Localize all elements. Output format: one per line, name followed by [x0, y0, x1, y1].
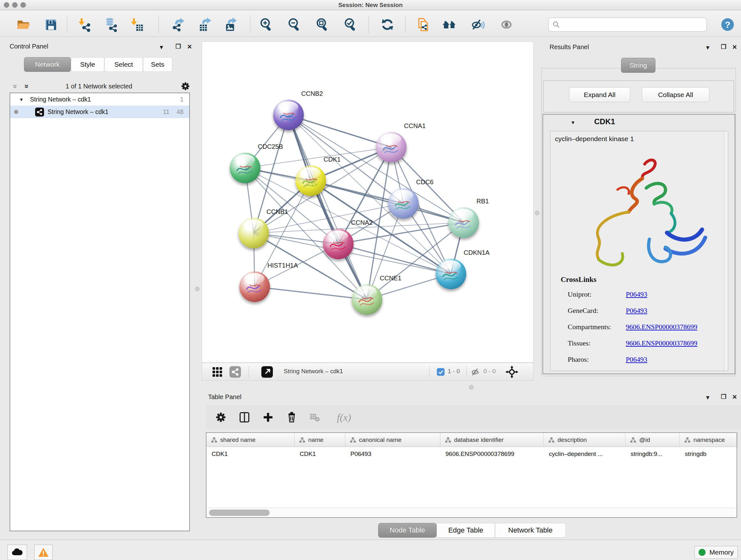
help-button[interactable]: ? — [720, 17, 735, 32]
column-header-description[interactable]: description — [544, 433, 625, 447]
memory-button[interactable]: Memory — [694, 546, 738, 559]
save-session-button[interactable] — [43, 17, 58, 32]
column-header-namespace[interactable]: namespace — [680, 433, 738, 447]
expand-all-button[interactable]: Expand All — [569, 87, 630, 102]
results-scrollbar[interactable] — [724, 131, 728, 371]
delete-table-icon[interactable] — [307, 410, 322, 425]
crosslink-link[interactable]: 9606.ENSP00000378699 — [626, 339, 697, 348]
table-cell[interactable]: cyclin–dependent ... — [544, 448, 625, 460]
crosslink-link[interactable]: 9606.ENSP00000378699 — [626, 323, 697, 331]
import-network-database-button[interactable] — [104, 17, 119, 32]
table-cell[interactable]: 9606.ENSP00000378699 — [441, 448, 544, 460]
collection-expander-icon[interactable]: ▼ — [19, 97, 23, 102]
export-network-button[interactable] — [171, 17, 186, 32]
network-node-cdk1[interactable] — [295, 165, 326, 196]
network-node-rb1[interactable] — [448, 207, 479, 238]
network-node-ccne1[interactable] — [352, 284, 382, 315]
results-panel-float-icon[interactable]: ❐ — [721, 44, 726, 50]
search-box[interactable] — [548, 17, 707, 32]
right-splitter-handle[interactable] — [535, 211, 539, 215]
export-image-button[interactable] — [223, 17, 239, 32]
export-table-button[interactable] — [198, 17, 213, 32]
warning-status-button[interactable] — [34, 545, 53, 560]
left-splitter-handle[interactable] — [195, 287, 199, 291]
table-horizontal-scrollbar[interactable] — [206, 508, 737, 517]
tab-edge-table[interactable]: Edge Table — [436, 523, 495, 538]
table-options-gear-icon[interactable] — [213, 410, 228, 425]
network-node-cdc6[interactable] — [388, 188, 419, 219]
network-collection-row[interactable]: ▼ String Network – cdk1 1 — [10, 93, 189, 106]
column-header-canonical-name[interactable]: canonical name — [345, 433, 441, 447]
column-header-shared-name[interactable]: shared name — [206, 433, 294, 447]
network-node-ccna2[interactable] — [323, 229, 354, 259]
card-expander-icon[interactable]: ▼ — [570, 120, 576, 125]
hide-panels-button[interactable] — [470, 17, 486, 32]
table-panel-close-icon[interactable]: ✕ — [732, 394, 737, 400]
tab-sets[interactable]: Sets — [143, 57, 172, 72]
control-panel-close-icon[interactable]: ✕ — [187, 44, 192, 50]
copy-network-button[interactable] — [415, 17, 431, 32]
results-panel-menu-icon[interactable]: ▾ — [706, 44, 710, 51]
import-network-file-button[interactable] — [77, 17, 92, 32]
apply-style-button[interactable] — [380, 17, 395, 32]
zoom-fit-button[interactable] — [315, 17, 330, 32]
results-panel-close-icon[interactable]: ✕ — [732, 44, 737, 50]
delete-column-icon[interactable] — [284, 410, 299, 425]
grid-view-icon[interactable] — [212, 366, 223, 378]
table-cell[interactable]: CDK1 — [206, 448, 294, 460]
column-header-database-identifier[interactable]: database identifier — [441, 433, 544, 447]
tab-style[interactable]: Style — [71, 57, 105, 72]
hidden-eye-slash-icon[interactable] — [471, 367, 480, 377]
show-panels-button[interactable] — [499, 17, 514, 32]
function-builder-icon[interactable]: f(x) — [330, 410, 358, 425]
table-cell[interactable]: P06493 — [345, 448, 441, 460]
protein-ribbon-thumbnail — [279, 108, 298, 125]
network-row[interactable]: String Network – cdk1 11 48 — [10, 106, 189, 118]
network-options-gear-icon[interactable] — [180, 81, 191, 91]
show-columns-icon[interactable] — [237, 410, 252, 425]
scrollbar-thumb[interactable] — [209, 509, 270, 516]
tab-string[interactable]: String — [621, 58, 656, 73]
import-table-file-button[interactable] — [129, 17, 144, 32]
network-node-ccnb1[interactable] — [239, 218, 269, 248]
control-panel-float-icon[interactable]: ❐ — [176, 44, 181, 50]
table-cell[interactable]: stringdb:9... — [625, 448, 680, 460]
table-panel-float-icon[interactable]: ❐ — [721, 394, 726, 400]
zoom-in-button[interactable] — [259, 17, 274, 32]
crosslink-link[interactable]: P06493 — [626, 355, 647, 364]
open-session-button[interactable] — [16, 17, 31, 32]
cloud-status-button[interactable] — [7, 545, 27, 560]
table-panel-menu-icon[interactable]: ▾ — [706, 394, 710, 400]
protein-ribbon-thumbnail — [394, 196, 413, 213]
network-node-ccna1[interactable] — [376, 132, 407, 163]
crosslink-link[interactable]: P06493 — [626, 290, 647, 299]
network-node-ccnb2[interactable] — [273, 100, 304, 130]
fit-content-crosshair-icon[interactable] — [505, 365, 519, 379]
network-canvas[interactable]: CCNB2CCNA1CDC25BCDK1CDC6RB1CCNB1CCNA2CDK… — [202, 42, 534, 363]
table-cell[interactable]: stringdb — [680, 448, 738, 460]
collapse-all-button[interactable]: Collapse All — [642, 87, 710, 102]
selected-checkbox-icon[interactable] — [437, 368, 445, 376]
protein-structure-image — [569, 146, 710, 274]
export-image-icon — [223, 17, 238, 32]
network-node-cdc25b[interactable] — [230, 152, 260, 183]
network-node-hist1h1a[interactable] — [239, 271, 270, 302]
table-cell[interactable]: CDK1 — [294, 448, 345, 460]
zoom-selected-button[interactable] — [343, 17, 358, 32]
detach-view-icon[interactable] — [261, 366, 273, 378]
network-node-cdkn1a[interactable] — [435, 259, 466, 289]
add-column-icon[interactable] — [261, 410, 275, 425]
crosslink-link[interactable]: P06493 — [626, 307, 647, 315]
control-panel-menu-icon[interactable]: ▾ — [160, 44, 163, 50]
tab-network[interactable]: Network — [24, 57, 71, 72]
tab-node-table[interactable]: Node Table — [378, 523, 436, 538]
column-header-name[interactable]: name — [294, 433, 345, 447]
zoom-out-button[interactable] — [286, 17, 302, 32]
column-header--id[interactable]: @id — [625, 433, 680, 447]
search-input[interactable] — [560, 21, 697, 28]
toolbar-separator — [466, 366, 467, 378]
network-view-mode-icon[interactable] — [229, 366, 241, 378]
show-starter-panel-button[interactable] — [442, 17, 457, 32]
tab-select[interactable]: Select — [105, 57, 143, 72]
tab-network-table[interactable]: Network Table — [495, 523, 566, 538]
